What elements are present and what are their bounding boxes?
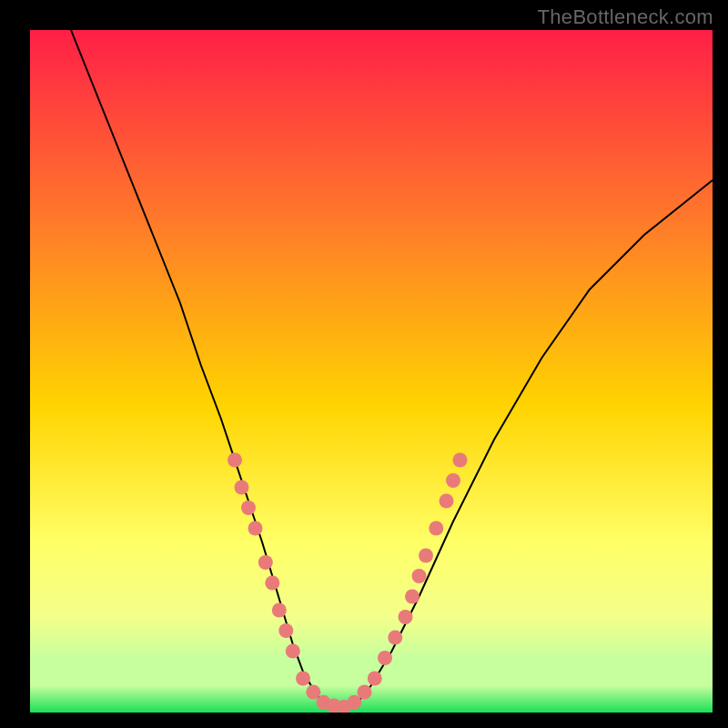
data-point [278,623,293,638]
data-point [296,672,310,686]
data-point [272,603,287,618]
data-point [258,555,273,570]
data-point [429,521,443,536]
watermark-label: TheBottleneck.com [538,5,713,29]
data-point [412,569,427,583]
plot-area [30,30,713,713]
data-point [419,549,433,563]
data-point [453,453,468,468]
data-point [235,480,249,495]
data-point [378,651,392,665]
bottleneck-chart [30,30,713,713]
data-point [388,631,402,645]
data-point [265,576,279,591]
data-point [358,685,372,700]
data-point [405,590,420,604]
data-point [446,473,460,488]
chart-frame: TheBottleneck.com [0,0,728,728]
data-point [241,500,256,515]
data-point [368,672,382,686]
gradient-background [30,30,713,713]
data-point [248,521,263,536]
data-point [440,494,454,509]
data-point [286,644,300,659]
data-point [228,453,242,468]
data-point [399,610,413,624]
